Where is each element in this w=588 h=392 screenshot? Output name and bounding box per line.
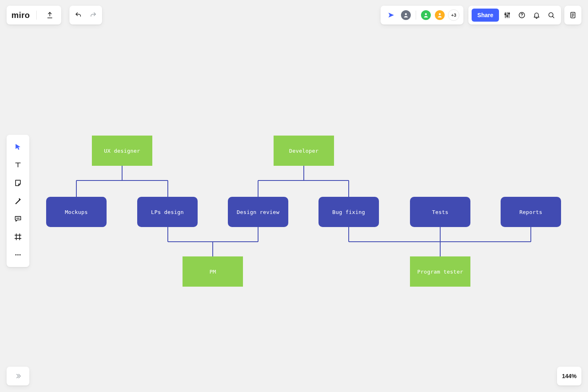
zoom-level: 144%: [562, 373, 577, 379]
node-label: Bug fixing: [332, 209, 365, 215]
svg-point-21: [507, 16, 508, 17]
svg-point-19: [439, 13, 441, 15]
node-label: UX designer: [104, 148, 140, 154]
svg-point-24: [521, 16, 522, 17]
svg-point-22: [508, 13, 510, 14]
tool-more[interactable]: [10, 247, 26, 263]
node-label: Developer: [289, 148, 318, 154]
avatar[interactable]: [400, 9, 412, 21]
expand-toolbar-button[interactable]: [7, 367, 29, 385]
node-role-pm[interactable]: PM: [183, 256, 243, 287]
node-label: Reports: [519, 209, 542, 215]
svg-point-18: [425, 13, 427, 15]
node-label: Design review: [237, 209, 279, 215]
avatar[interactable]: [420, 9, 432, 21]
node-task-bug-fixing[interactable]: Bug fixing: [318, 197, 379, 227]
avatar-overflow[interactable]: +3: [448, 9, 459, 21]
node-task-reports[interactable]: Reports: [501, 197, 561, 227]
node-role-program-tester[interactable]: Program tester: [410, 256, 470, 287]
top-left-panel: miro: [7, 6, 61, 24]
left-toolbar: [7, 135, 29, 267]
tool-sticky-note[interactable]: [10, 175, 26, 191]
node-task-tests[interactable]: Tests: [410, 197, 470, 227]
app-logo[interactable]: miro: [11, 11, 30, 20]
node-label: Mockups: [65, 209, 88, 215]
svg-point-17: [405, 13, 407, 15]
avatar[interactable]: [434, 9, 445, 21]
node-label: Tests: [432, 209, 448, 215]
svg-point-29: [20, 254, 21, 256]
svg-point-27: [16, 254, 17, 256]
settings-icon[interactable]: [501, 9, 514, 22]
notifications-icon[interactable]: [530, 9, 543, 22]
redo-icon[interactable]: [87, 9, 100, 22]
node-label: Program tester: [417, 269, 463, 275]
presentation-icon[interactable]: [385, 9, 398, 22]
notes-button[interactable]: [564, 6, 581, 24]
undo-icon[interactable]: [72, 9, 85, 22]
node-label: PM: [209, 269, 216, 275]
share-label: Share: [477, 12, 493, 18]
node-task-design-review[interactable]: Design review: [228, 197, 288, 227]
tool-text[interactable]: [10, 157, 26, 173]
zoom-indicator[interactable]: 144%: [557, 367, 581, 385]
svg-point-28: [18, 254, 19, 256]
node-role-dev[interactable]: Developer: [274, 136, 334, 166]
avatar-stack: +3: [400, 9, 459, 21]
divider: [416, 11, 416, 20]
top-right-controls: Share: [468, 6, 561, 24]
export-icon[interactable]: [43, 9, 56, 22]
avatar-overflow-label: +3: [451, 13, 457, 18]
connectors-layer: [0, 0, 588, 392]
divider: [36, 11, 37, 20]
search-icon[interactable]: [545, 9, 558, 22]
help-icon[interactable]: [515, 9, 528, 22]
history-panel: [69, 6, 102, 24]
canvas[interactable]: UX designer Developer Mockups LPs design…: [0, 0, 588, 392]
svg-point-20: [505, 13, 506, 15]
node-role-ux[interactable]: UX designer: [92, 136, 152, 166]
tool-frame[interactable]: [10, 229, 26, 245]
collaborators-panel: +3: [381, 6, 463, 24]
node-task-lps-design[interactable]: LPs design: [137, 197, 198, 227]
tool-comment[interactable]: [10, 211, 26, 227]
node-task-mockups[interactable]: Mockups: [46, 197, 107, 227]
share-button[interactable]: Share: [472, 9, 499, 22]
tool-select[interactable]: [10, 139, 26, 155]
node-label: LPs design: [151, 209, 184, 215]
tool-connector[interactable]: [10, 193, 26, 209]
